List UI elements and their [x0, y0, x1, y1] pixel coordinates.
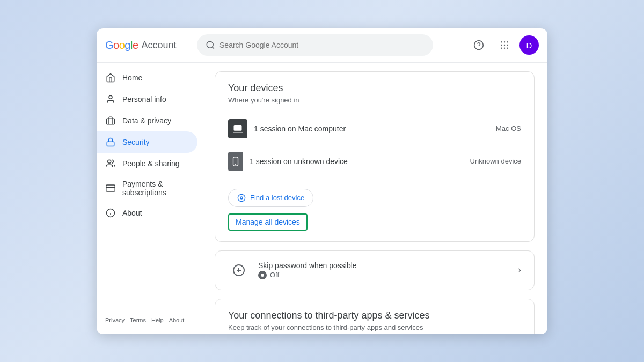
phone-icon — [228, 152, 243, 171]
sidebar-item-payments-label: Payments & subscriptions — [122, 180, 189, 197]
devices-card-subtitle: Where you're signed in — [228, 96, 521, 104]
device-row-mac: 1 session on Mac computer Mac OS — [228, 113, 521, 145]
sidebar-item-personal-info-label: Personal info — [122, 95, 166, 104]
svg-point-8 — [507, 45, 509, 46]
sidebar-item-people-sharing[interactable]: People & sharing — [97, 153, 197, 174]
search-input[interactable] — [219, 41, 425, 49]
svg-point-7 — [504, 45, 506, 46]
logo-google-text: Google — [105, 39, 138, 51]
skip-password-card[interactable]: Skip password when possible Off › — [215, 250, 535, 290]
footer-terms[interactable]: Terms — [130, 317, 146, 323]
connections-card-title: Your connections to third-party apps & s… — [228, 310, 521, 321]
manage-all-devices-link[interactable]: Manage all devices — [228, 213, 308, 231]
svg-point-0 — [207, 41, 213, 48]
svg-point-23 — [235, 164, 236, 165]
device-unknown-type: Unknown device — [470, 157, 521, 165]
avatar[interactable]: D — [519, 35, 539, 55]
skip-password-status-text: Off — [270, 271, 279, 279]
svg-point-24 — [238, 194, 245, 201]
apps-icon — [499, 40, 510, 50]
footer-help[interactable]: Help — [151, 317, 164, 323]
svg-point-11 — [507, 48, 509, 49]
svg-point-3 — [501, 41, 502, 43]
people-icon — [105, 158, 116, 169]
main-content: Your devices Where you're signed in 1 se… — [202, 63, 547, 334]
sidebar-item-data-privacy-label: Data & privacy — [122, 116, 171, 125]
svg-point-10 — [504, 48, 506, 49]
footer-privacy[interactable]: Privacy — [105, 317, 125, 323]
header: Google Account D — [97, 28, 547, 63]
connections-card: Your connections to third-party apps & s… — [215, 299, 535, 334]
sidebar-item-payments[interactable]: Payments & subscriptions — [97, 174, 197, 202]
find-device-button[interactable]: Find a lost device — [228, 189, 313, 207]
skip-password-icon — [228, 260, 250, 281]
home-icon — [105, 72, 116, 83]
svg-point-4 — [504, 41, 506, 43]
skip-password-status: Off — [258, 271, 509, 279]
info-icon — [105, 208, 116, 218]
footer-about[interactable]: About — [169, 317, 185, 323]
sidebar-item-home[interactable]: Home — [97, 67, 197, 88]
device-unknown-name: 1 session on unknown device — [250, 157, 348, 166]
lock-icon — [105, 137, 116, 147]
skip-password-content: Skip password when possible Off — [258, 261, 509, 279]
device-row-unknown: 1 session on unknown device Unknown devi… — [228, 145, 521, 178]
sidebar-item-data-privacy[interactable]: Data & privacy — [97, 110, 197, 131]
sidebar-item-about[interactable]: About — [97, 202, 197, 224]
device-mac-type: Mac OS — [496, 124, 521, 132]
svg-rect-21 — [234, 125, 242, 131]
svg-point-6 — [501, 45, 502, 46]
logo: Google Account — [105, 39, 177, 51]
devices-card: Your devices Where you're signed in 1 se… — [215, 71, 535, 242]
find-device-icon — [237, 194, 246, 202]
search-bar[interactable] — [197, 34, 433, 56]
laptop-icon — [228, 119, 247, 138]
svg-point-9 — [501, 48, 502, 49]
sidebar-footer: Privacy Terms Help About — [97, 313, 202, 330]
device-mac-name: 1 session on Mac computer — [254, 124, 346, 133]
status-off-dot — [258, 271, 267, 279]
svg-rect-14 — [107, 142, 114, 146]
shield-key-icon — [105, 115, 116, 126]
chevron-right-icon: › — [518, 264, 521, 276]
connections-card-subtitle: Keep track of your connections to third-… — [228, 323, 521, 331]
body: Home Personal info Data & privacy — [97, 63, 547, 334]
apps-button[interactable] — [494, 34, 515, 56]
devices-card-title: Your devices — [228, 83, 521, 94]
sidebar-item-about-label: About — [122, 209, 142, 217]
help-button[interactable] — [468, 34, 489, 56]
svg-point-5 — [507, 41, 509, 43]
sidebar-item-home-label: Home — [122, 73, 142, 82]
sidebar-item-security[interactable]: Security — [97, 131, 197, 153]
svg-rect-13 — [107, 119, 115, 124]
sidebar-item-personal-info[interactable]: Personal info — [97, 88, 197, 110]
skip-password-title: Skip password when possible — [258, 261, 509, 270]
credit-card-icon — [105, 183, 116, 194]
find-device-label: Find a lost device — [250, 194, 304, 202]
help-icon — [473, 40, 484, 50]
sidebar-item-people-sharing-label: People & sharing — [122, 159, 180, 168]
logo-account-text: Account — [142, 40, 177, 51]
svg-point-25 — [240, 197, 243, 199]
svg-rect-16 — [106, 185, 115, 191]
sidebar-item-security-label: Security — [122, 138, 150, 146]
person-icon — [105, 94, 116, 105]
header-actions: D — [468, 34, 539, 56]
search-icon — [206, 40, 215, 50]
svg-point-12 — [109, 95, 112, 99]
sidebar: Home Personal info Data & privacy — [97, 63, 202, 334]
svg-point-15 — [108, 160, 111, 163]
